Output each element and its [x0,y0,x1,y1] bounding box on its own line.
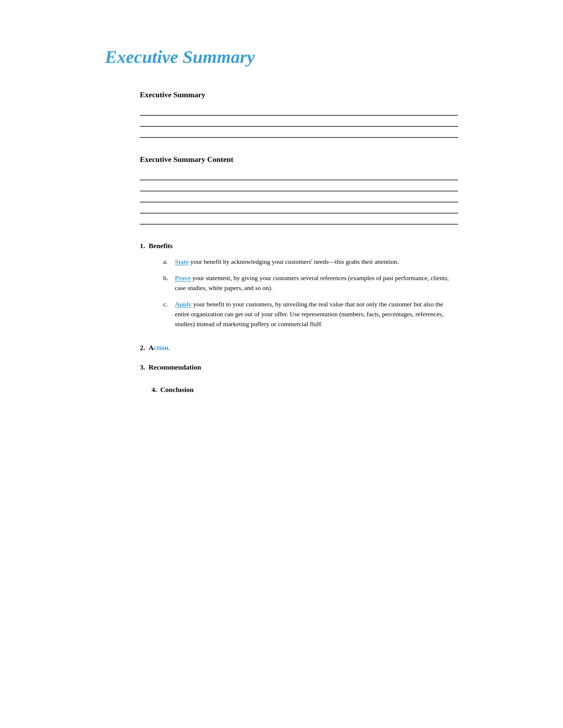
underline-1 [140,105,458,116]
item-2-number: 2. [140,344,145,352]
section1-label: Executive Summary [140,91,458,99]
page-title: Executive Summary [105,47,458,67]
list-item-1-header: 1. Benefits [140,242,458,250]
section2-label: Executive Summary Content [140,155,458,164]
list-item-3: 3. Recommendation [140,363,458,371]
item-3-number: 3. [140,363,145,371]
sub-text-a: your benefit by acknowledging your custo… [189,258,399,265]
sub-list-benefits: a. State your benefit by acknowledging y… [163,257,458,329]
list-item-1: 1. Benefits a. State your benefit by ack… [140,242,458,329]
section-executive-summary-content: Executive Summary Content [140,155,458,225]
section1-underlines [140,105,458,138]
sub-label-b: b. [163,273,172,283]
sub-content-a: State your benefit by acknowledging your… [175,257,458,267]
underline-6 [140,191,458,202]
action-a-black: A [149,344,153,351]
highlight-apply: Apply [175,301,191,308]
item-4-number: 4. [151,386,157,394]
underline-4 [140,169,458,180]
sub-content-b: Prove your statement, by giving your cus… [175,273,458,293]
underline-8 [140,213,458,225]
action-period: . [168,344,170,351]
sub-item-b: b. Prove your statement, by giving your … [163,273,458,293]
sub-text-c: your benefit to your customers, by unvei… [175,301,444,328]
sub-item-c: c. Apply your benefit to your customers,… [163,299,458,329]
page: Executive Summary Executive Summary Exec… [0,0,563,728]
action-ction-blue: ction [153,344,168,351]
item-1-number: 1. [140,242,145,250]
sub-text-b: your statement, by giving your customers… [175,274,449,291]
underline-3 [140,127,458,138]
item-2-label: Action. [149,344,170,352]
sub-item-a: a. State your benefit by acknowledging y… [163,257,458,267]
section2-underlines [140,169,458,225]
sub-label-c: c. [163,299,172,309]
item-1-label: Benefits [149,242,173,250]
list-item-2: 2. Action. [140,344,458,352]
list-item-4: 4. Conclusion [151,386,458,394]
highlight-state: State [175,258,189,265]
sub-content-c: Apply your benefit to your customers, by… [175,299,458,329]
item-4-label: Conclusion [160,386,194,394]
section-executive-summary: Executive Summary [140,91,458,138]
highlight-prove: Prove [175,274,191,282]
sub-label-a: a. [163,257,172,267]
underline-2 [140,116,458,127]
underline-7 [140,202,458,213]
numbered-list: 1. Benefits a. State your benefit by ack… [140,242,458,394]
item-3-label: Recommendation [149,363,201,371]
underline-5 [140,180,458,191]
